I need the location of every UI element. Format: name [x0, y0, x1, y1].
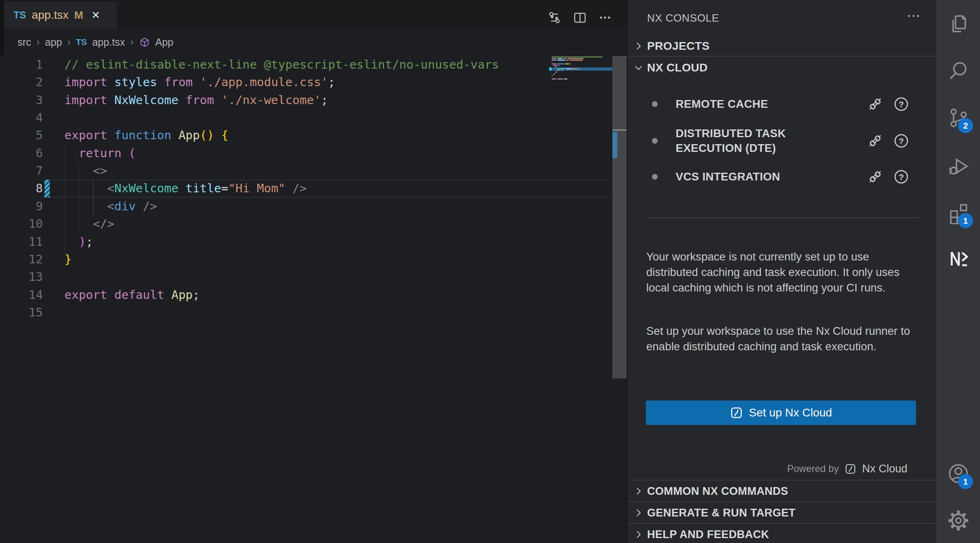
code-text: ); [64, 233, 93, 251]
connect-plug-icon[interactable] [867, 168, 884, 185]
section-help-and-feedback[interactable]: HELP AND FEEDBACK [627, 524, 936, 543]
minimap-line [552, 73, 612, 75]
accounts-icon[interactable]: 1 [947, 462, 970, 485]
minimap-line [552, 63, 612, 65]
minimap-line [552, 58, 612, 59]
feature-label: VCS INTEGRATION [676, 169, 780, 184]
minimap-line [552, 65, 612, 66]
minimap-line [552, 77, 612, 78]
more-actions-icon[interactable] [597, 10, 613, 25]
modified-badge: M [74, 9, 83, 22]
setup-button-label: Set up Nx Cloud [749, 406, 832, 419]
code-editor[interactable]: 1// eslint-disable-next-line @typescript… [0, 56, 627, 325]
minimap-line [552, 78, 612, 80]
help-icon[interactable] [893, 132, 910, 149]
tab-filename: app.tsx [32, 9, 69, 22]
line-number: 6 [0, 145, 43, 162]
breadcrumb-app[interactable]: app [45, 36, 62, 48]
section-projects[interactable]: PROJECTS [627, 36, 936, 56]
status-dot-icon [652, 174, 658, 180]
code-line: 14export default App; [0, 286, 627, 304]
code-line: 5export function App() { [0, 127, 627, 144]
vscode-window: ? TS app.tsx M ✕ [0, 0, 980, 543]
line-number: 12 [0, 251, 43, 268]
section-nx-cloud[interactable]: NX CLOUD [627, 58, 936, 78]
feature-label: REMOTE CACHE [676, 97, 768, 111]
split-editor-icon[interactable] [572, 10, 588, 25]
section-generate-run-target[interactable]: GENERATE & RUN TARGET [627, 503, 936, 523]
code-text: } [64, 251, 71, 268]
setup-nx-cloud-button[interactable]: Set up Nx Cloud [646, 401, 916, 425]
minimap-line [552, 60, 612, 61]
search-icon[interactable] [947, 59, 970, 82]
nx-console-icon[interactable] [947, 247, 970, 270]
chevron-right-icon [633, 41, 644, 51]
nx-cloud-logo-icon [730, 406, 743, 419]
extensions-icon[interactable]: 1 [947, 201, 970, 224]
section-common-nx-commands[interactable]: COMMON NX COMMANDS [627, 481, 936, 501]
line-number: 1 [0, 56, 43, 73]
divider [627, 501, 936, 502]
code-line: 2import styles from './app.module.css'; [0, 73, 627, 91]
panel-header: NX CONSOLE ⋯ [627, 0, 936, 35]
powered-by-brand: Nx Cloud [862, 463, 907, 475]
minimap[interactable] [552, 56, 612, 93]
chevron-right-icon [633, 529, 644, 540]
section-label: HELP AND FEEDBACK [647, 528, 769, 541]
feature-dte: DISTRIBUTED TASK EXECUTION (DTE) [627, 122, 936, 159]
line-number: 10 [0, 215, 43, 233]
source-control-icon[interactable]: 2 [947, 106, 970, 129]
section-label: NX CLOUD [647, 61, 708, 74]
feature-label: DISTRIBUTED TASK EXECUTION (DTE) [676, 126, 786, 156]
breadcrumb-symbol-app[interactable]: App [155, 36, 173, 48]
code-line: 3import NxWelcome from './nx-welcome'; [0, 91, 627, 109]
more-actions-icon[interactable]: ⋯ [907, 7, 920, 24]
line-number: 7 [0, 162, 43, 180]
minimap-slider-edge [612, 129, 627, 131]
scrollbar-thumb[interactable] [612, 56, 627, 378]
feature-vcs-integration: VCS INTEGRATION [627, 163, 936, 190]
extensions-badge: 1 [958, 213, 973, 228]
line-number: 9 [0, 198, 43, 215]
code-line: 10 </> [0, 215, 627, 233]
divider [627, 56, 936, 57]
chevron-down-icon [633, 62, 644, 73]
close-icon[interactable]: ✕ [91, 9, 100, 22]
breadcrumb-separator: › [67, 36, 71, 48]
code-text: <> [64, 162, 107, 180]
breadcrumb-separator: › [131, 36, 134, 48]
breadcrumb-src[interactable]: src [18, 36, 31, 48]
status-dot-icon [652, 138, 658, 144]
tab-bar: TS app.tsx M ✕ [0, 0, 627, 29]
explorer-icon[interactable] [947, 12, 970, 35]
code-text: </> [64, 215, 114, 233]
status-dot-icon [652, 101, 658, 107]
code-text: import styles from './app.module.css'; [64, 73, 335, 91]
breadcrumb-separator: › [36, 36, 40, 48]
breadcrumb: src › app › TS app.tsx › App [0, 29, 627, 56]
tab-app-tsx[interactable]: TS app.tsx M ✕ [4, 2, 117, 29]
connect-plug-icon[interactable] [867, 96, 884, 113]
chevron-right-icon [633, 486, 644, 496]
settings-gear-icon[interactable] [947, 509, 970, 532]
minimap-line [552, 80, 612, 81]
symbol-cube-icon [139, 37, 150, 48]
panel-title: NX CONSOLE [647, 12, 719, 24]
help-icon[interactable] [893, 96, 910, 113]
help-icon[interactable] [893, 168, 910, 185]
line-number: 14 [0, 286, 43, 304]
code-text: export default App; [64, 286, 200, 304]
line-number: 8 [0, 180, 43, 197]
connect-plug-icon[interactable] [867, 132, 884, 149]
code-line: 9 <div /> [0, 198, 627, 215]
minimap-line [552, 68, 612, 69]
divider [627, 480, 936, 481]
run-debug-icon[interactable] [947, 154, 970, 177]
code-text: export function App() { [64, 127, 228, 144]
feature-remote-cache: REMOTE CACHE [627, 91, 936, 118]
typescript-file-icon: TS [76, 37, 87, 47]
line-number: 15 [0, 304, 43, 321]
breadcrumb-file[interactable]: app.tsx [92, 36, 125, 48]
open-changes-icon[interactable] [547, 10, 562, 25]
gutter-modified-marker [44, 180, 50, 197]
